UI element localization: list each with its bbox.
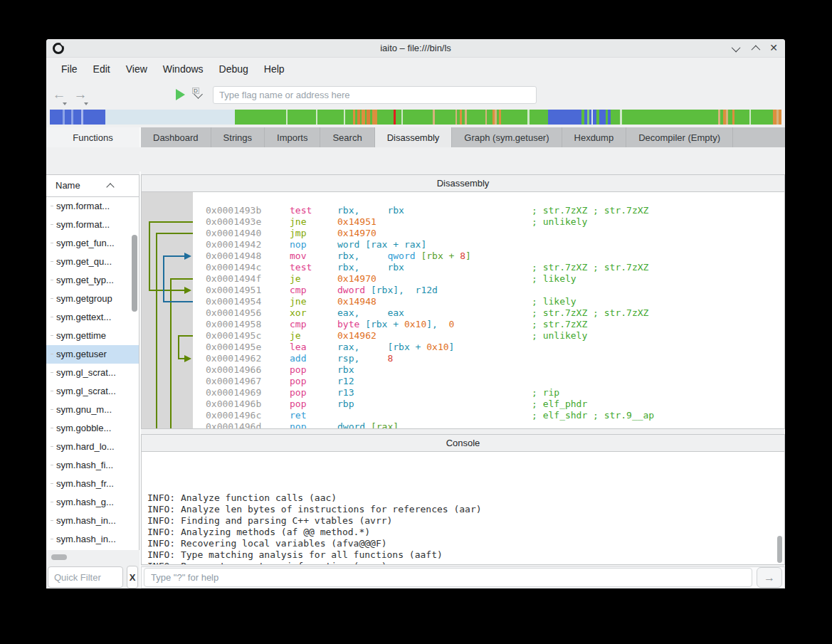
disassembly-line[interactable]: 0x00014948movrbx, qword [rbx + 8] <box>142 250 784 262</box>
menu-windows[interactable]: Windows <box>155 60 211 78</box>
menu-file[interactable]: File <box>53 60 85 78</box>
memory-map-segment <box>751 110 773 125</box>
disassembly-line[interactable]: 0x00014966poprbx <box>142 364 784 376</box>
instruction-address[interactable]: 0x00014948 <box>206 250 290 262</box>
instruction-operands: r13 <box>337 387 532 398</box>
function-list-item[interactable]: sym.hash_fr... <box>46 475 139 493</box>
memory-map[interactable] <box>50 110 781 125</box>
function-list-item[interactable]: sym.gettext... <box>46 308 139 327</box>
instruction-operands: rbx, rbx <box>337 262 532 273</box>
disassembly-line[interactable]: 0x0001496dnopdword [rax] <box>142 421 784 429</box>
tab-graph-sym-getuser-[interactable]: Graph (sym.getuser) <box>452 127 562 147</box>
functions-hscrollbar[interactable] <box>51 554 67 560</box>
instruction-address[interactable]: 0x00014966 <box>206 364 290 376</box>
close-button[interactable]: ✕ <box>769 39 778 57</box>
instruction-address[interactable]: 0x00014969 <box>206 387 290 398</box>
console-send-button[interactable]: → <box>757 567 782 588</box>
functions-scrollbar[interactable] <box>132 235 137 312</box>
instruction-address[interactable]: 0x0001493e <box>206 216 290 228</box>
tab-functions[interactable]: Functions <box>46 127 141 147</box>
maximize-button[interactable] <box>752 42 758 55</box>
disassembly-line[interactable]: 0x00014951cmpdword [rbx], r12d <box>142 285 784 296</box>
disassembly-line[interactable]: 0x00014969popr13; rip <box>142 387 784 398</box>
disassembly-line[interactable]: 0x0001496bpoprbp; elf_phdr <box>142 398 784 410</box>
function-list-item[interactable]: sym.hash_g... <box>46 493 139 512</box>
disassembly-line[interactable]: 0x00014942nopword [rax + rax] <box>142 239 784 250</box>
instruction-address[interactable]: 0x00014967 <box>206 376 290 387</box>
function-list-item[interactable]: sym.gettime <box>46 327 139 345</box>
memory-map-segment <box>83 110 105 125</box>
disassembly-line[interactable]: 0x0001495cje0x14962; unlikely <box>142 330 784 342</box>
tab-search[interactable]: Search <box>320 127 374 147</box>
tab-strings[interactable]: Strings <box>211 127 265 147</box>
instruction-address[interactable]: 0x0001496b <box>206 398 290 410</box>
function-list-item[interactable]: sym.getgroup <box>46 290 139 308</box>
instruction-address[interactable]: 0x0001496d <box>206 421 290 429</box>
disassembly-line[interactable]: 0x0001494ctestrbx, rbx; str.7zXZ ; str.7… <box>142 262 784 273</box>
function-list-item[interactable]: sym.hash_in... <box>46 530 139 549</box>
function-list-item[interactable]: sym.gnu_m... <box>46 401 139 419</box>
function-list-item[interactable]: sym.hard_lo... <box>46 438 139 456</box>
instruction-address[interactable]: 0x0001495e <box>206 342 290 353</box>
menu-debug[interactable]: Debug <box>211 60 256 78</box>
disassembly-line[interactable]: 0x0001493btestrbx, rbx; str.7zXZ ; str.7… <box>142 205 784 216</box>
disassembly-line[interactable]: 0x00014940jmp0x14970 <box>142 228 784 239</box>
menu-view[interactable]: View <box>118 60 155 78</box>
minimize-button[interactable] <box>734 42 740 55</box>
instruction-address[interactable]: 0x0001495c <box>206 330 290 342</box>
menu-edit[interactable]: Edit <box>85 60 118 78</box>
instruction-address[interactable]: 0x00014956 <box>206 307 290 319</box>
function-list-item[interactable]: sym.hash_fi... <box>46 456 139 475</box>
instruction-address[interactable]: 0x00014954 <box>206 296 290 307</box>
disassembly-line[interactable]: 0x00014967popr12 <box>142 376 784 387</box>
function-list-item[interactable]: sym.format... <box>46 197 139 216</box>
instruction-address[interactable]: 0x0001496c <box>206 410 290 421</box>
instruction-address[interactable]: 0x00014962 <box>206 353 290 364</box>
disassembly-line[interactable]: 0x00014956xoreax, eax; str.7zXZ ; str.7z… <box>142 307 784 319</box>
disassembly-line[interactable]: 0x00014958cmpbyte [rbx + 0x10], 0; str.7… <box>142 319 784 330</box>
instruction-address[interactable]: 0x00014940 <box>206 228 290 239</box>
instruction-mnemonic: je <box>290 330 337 342</box>
disassembly-line[interactable]: 0x0001495elearax, [rbx + 0x10] <box>142 342 784 353</box>
function-list-item[interactable]: sym.get_typ... <box>46 271 139 290</box>
functions-column-header[interactable]: Name <box>46 174 139 197</box>
function-list-item[interactable]: sym.hash_in... <box>46 512 139 530</box>
instruction-address[interactable]: 0x0001493b <box>206 205 290 216</box>
sort-ascending-icon <box>106 183 114 191</box>
disassembly-line[interactable]: 0x00014962addrsp, 8 <box>142 353 784 364</box>
tab-hexdump[interactable]: Hexdump <box>562 127 627 147</box>
function-list-item[interactable]: sym.get_qu... <box>46 253 139 271</box>
instruction-address[interactable]: 0x00014951 <box>206 285 290 296</box>
function-list-item[interactable]: sym.gl_scrat... <box>46 364 139 382</box>
disassembly-line[interactable]: 0x0001493ejne0x14951; unlikely <box>142 216 784 228</box>
function-name: sym.hash_in... <box>56 515 116 526</box>
function-list-item[interactable]: sym.getuser <box>46 345 139 364</box>
disassembly-line[interactable]: 0x0001494fje0x14970; likely <box>142 273 784 285</box>
back-button[interactable]: ← <box>51 87 68 102</box>
function-name: sym.format... <box>56 201 110 211</box>
quick-filter-input[interactable] <box>48 566 123 588</box>
instruction-address[interactable]: 0x00014942 <box>206 239 290 250</box>
tab-dashboard[interactable]: Dashboard <box>141 127 211 147</box>
function-list-item[interactable]: sym.gobble... <box>46 419 139 438</box>
disassembly-view[interactable]: 0x0001493btestrbx, rbx; str.7zXZ ; str.7… <box>141 192 785 429</box>
flag-search-input[interactable] <box>213 86 537 104</box>
instruction-address[interactable]: 0x0001494f <box>206 273 290 285</box>
menu-help[interactable]: Help <box>256 60 293 78</box>
clear-filter-button[interactable]: X <box>127 566 138 588</box>
debug-start-button[interactable]: D <box>176 89 185 100</box>
console-scrollbar[interactable] <box>777 536 782 563</box>
function-list-item[interactable]: sym.format... <box>46 216 139 234</box>
function-list-item[interactable]: sym.get_fun... <box>46 234 139 253</box>
instruction-address[interactable]: 0x00014958 <box>206 319 290 330</box>
disassembly-line[interactable]: 0x0001496cret; elf_shdr ; str.9__ap <box>142 410 784 421</box>
tab-disassembly[interactable]: Disassembly <box>375 127 453 147</box>
instruction-address[interactable]: 0x0001494c <box>206 262 290 273</box>
console-command-input[interactable] <box>144 568 752 587</box>
function-list-item[interactable]: sym.gl_scrat... <box>46 382 139 401</box>
disassembly-line[interactable]: 0x00014954jne0x14948; likely <box>142 296 784 307</box>
forward-button[interactable]: → <box>72 87 89 102</box>
tab-decompiler-empty-[interactable]: Decompiler (Empty) <box>626 127 733 147</box>
tab-imports[interactable]: Imports <box>265 127 320 147</box>
console-line: INFO: Finding and parsing C++ vtables (a… <box>147 515 784 527</box>
